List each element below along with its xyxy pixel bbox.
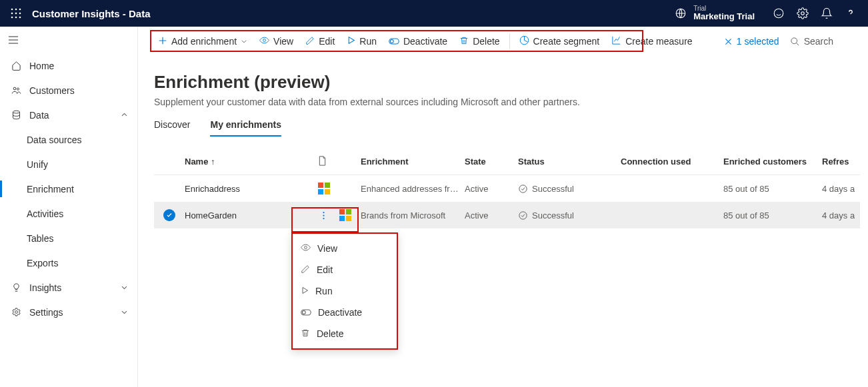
col-name[interactable]: Name ↑ <box>185 157 318 167</box>
sidebar: Home Customers Data Data sources Unify E… <box>0 27 138 387</box>
row-enrichment: Enhanced addresses from Mic <box>361 184 465 194</box>
svg-point-12 <box>13 87 16 90</box>
row-checkbox[interactable] <box>163 209 175 221</box>
provider-logo <box>318 183 361 194</box>
gear-icon <box>11 307 21 317</box>
col-provider-icon <box>318 156 361 168</box>
divider <box>509 33 510 49</box>
sidebar-item-customers[interactable]: Customers <box>0 78 137 103</box>
eye-icon <box>259 35 269 47</box>
sidebar-item-activities[interactable]: Activities <box>0 201 137 226</box>
row-status: Successful <box>518 184 621 194</box>
row-more-icon[interactable] <box>318 210 329 220</box>
run-button[interactable]: Run <box>341 31 382 52</box>
svg-point-13 <box>17 88 19 90</box>
context-delete[interactable]: Delete <box>293 323 397 344</box>
feedback-icon[interactable] <box>767 0 791 27</box>
deactivate-button[interactable]: Deactivate <box>383 31 453 52</box>
cmd-label: Run <box>359 36 377 47</box>
toggle-icon <box>301 307 311 318</box>
create-measure-button[interactable]: Create measure <box>606 31 697 52</box>
customers-icon <box>11 85 21 95</box>
sidebar-item-label: Data <box>29 110 49 121</box>
env-name: Marketing Trial <box>693 12 755 21</box>
sidebar-item-enrichment[interactable]: Enrichment <box>0 177 137 201</box>
svg-point-21 <box>519 185 527 192</box>
svg-point-10 <box>774 9 783 18</box>
svg-point-16 <box>263 39 266 42</box>
sidebar-item-label: Tables <box>27 233 53 244</box>
notifications-icon[interactable] <box>815 0 839 27</box>
col-enrichment[interactable]: Enrichment <box>361 157 465 167</box>
sidebar-item-insights[interactable]: Insights <box>0 275 137 300</box>
create-segment-button[interactable]: Create segment <box>514 31 605 52</box>
app-title: Customer Insights - Data <box>32 8 151 19</box>
context-edit[interactable]: Edit <box>293 259 397 280</box>
sidebar-item-label: Data sources <box>27 135 81 145</box>
col-connection[interactable]: Connection used <box>621 157 723 167</box>
svg-point-6 <box>11 17 13 19</box>
row-status: Successful <box>518 210 621 220</box>
col-enriched[interactable]: Enriched customers <box>723 157 822 167</box>
microsoft-logo-icon <box>318 183 330 194</box>
svg-point-28 <box>302 311 305 314</box>
settings-icon[interactable] <box>791 0 815 27</box>
sidebar-item-data-sources[interactable]: Data sources <box>0 127 137 152</box>
segment-icon <box>519 35 529 47</box>
pencil-icon <box>305 36 315 47</box>
sidebar-item-unify[interactable]: Unify <box>0 152 137 177</box>
delete-button[interactable]: Delete <box>454 31 505 52</box>
search-icon <box>790 37 800 47</box>
sidebar-item-exports[interactable]: Exports <box>0 250 137 275</box>
hamburger-icon[interactable] <box>0 27 137 53</box>
col-refreshed[interactable]: Refres <box>822 157 867 167</box>
cmd-label: Edit <box>319 36 335 47</box>
sidebar-item-tables[interactable]: Tables <box>0 226 137 250</box>
row-enriched: 85 out of 85 <box>723 210 822 220</box>
svg-point-15 <box>15 311 17 314</box>
svg-point-20 <box>791 37 797 43</box>
row-state: Active <box>465 184 518 194</box>
row-name: HomeGarden <box>185 210 237 220</box>
chevron-down-icon <box>121 282 128 293</box>
edit-button[interactable]: Edit <box>300 31 340 52</box>
success-icon <box>518 184 528 194</box>
svg-point-2 <box>19 9 21 11</box>
play-icon <box>347 36 355 47</box>
environment-picker[interactable]: Trial Marketing Trial <box>675 5 755 21</box>
svg-point-7 <box>15 17 17 19</box>
sidebar-item-label: Settings <box>29 307 63 318</box>
col-state[interactable]: State <box>465 157 518 167</box>
eye-icon <box>301 242 311 254</box>
search-box[interactable]: Search <box>790 36 860 47</box>
chevron-down-icon <box>121 307 128 318</box>
sidebar-item-home[interactable]: Home <box>0 53 137 78</box>
help-icon[interactable] <box>839 0 863 27</box>
pencil-icon <box>301 264 310 276</box>
context-menu: View Edit Run Deactivate Delete <box>291 232 398 350</box>
cmd-label: Deactivate <box>403 36 447 47</box>
table-header-row: Name ↑ Enrichment State Status Connectio… <box>154 149 860 175</box>
svg-rect-17 <box>389 39 399 44</box>
table-row[interactable]: Enrichaddress Enhanced addresses from Mi… <box>154 175 860 202</box>
top-bar: Customer Insights - Data Trial Marketing… <box>0 0 868 27</box>
row-name: Enrichaddress <box>185 184 318 194</box>
sidebar-item-data[interactable]: Data <box>0 103 137 127</box>
microsoft-logo-icon <box>339 209 351 221</box>
sidebar-item-settings[interactable]: Settings <box>0 300 137 324</box>
app-launcher-icon[interactable] <box>5 3 27 24</box>
tab-discover[interactable]: Discover <box>154 119 190 137</box>
view-button[interactable]: View <box>254 31 299 52</box>
context-deactivate[interactable]: Deactivate <box>293 302 397 323</box>
context-view[interactable]: View <box>293 238 397 259</box>
search-label: Search <box>804 36 833 47</box>
insights-icon <box>11 282 21 292</box>
page-subtitle: Supplement your customer data with data … <box>154 97 860 107</box>
col-status[interactable]: Status <box>518 157 621 167</box>
tab-my-enrichments[interactable]: My enrichments <box>210 119 281 137</box>
table-row[interactable]: HomeGarden Brands from Microsoft Active … <box>154 202 860 228</box>
cmd-label: Create segment <box>533 36 600 47</box>
selection-count[interactable]: 1 selected <box>724 36 779 47</box>
add-enrichment-button[interactable]: Add enrichment <box>153 31 253 52</box>
context-run[interactable]: Run <box>293 280 397 302</box>
